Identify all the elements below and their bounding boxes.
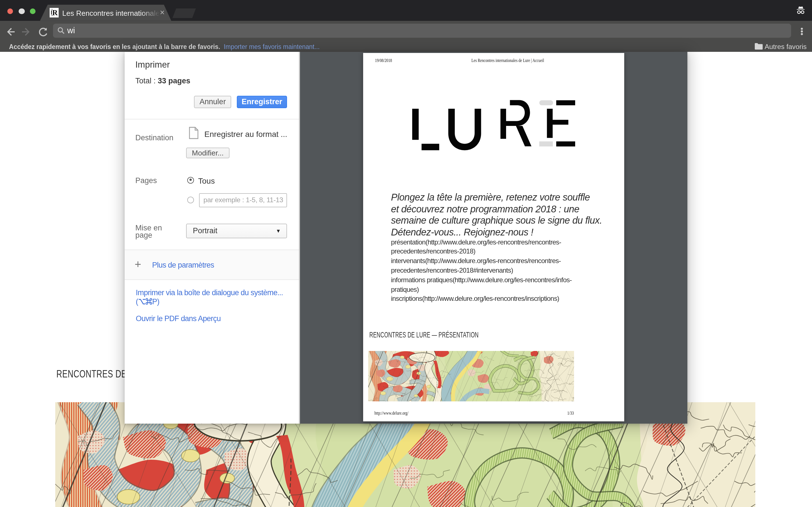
svg-text:R: R bbox=[52, 9, 58, 17]
